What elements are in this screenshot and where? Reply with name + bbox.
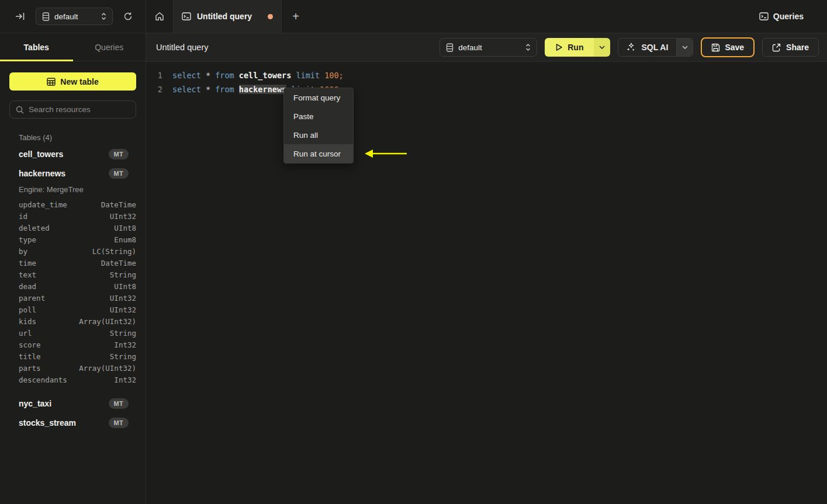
unsaved-changes-dot <box>268 14 273 19</box>
database-selector-top[interactable]: default <box>36 8 113 25</box>
engine-badge: MT <box>109 149 129 159</box>
column-row-descendants: descendantsInt32 <box>0 374 146 385</box>
column-name: title <box>19 352 41 361</box>
table-row-cell_towers[interactable]: cell_towersMT <box>0 144 146 164</box>
column-row-time: timeDateTime <box>0 257 146 269</box>
new-tab-button[interactable]: + <box>282 0 310 33</box>
column-type: UInt32 <box>110 212 136 221</box>
column-type: String <box>110 270 136 279</box>
column-row-type: typeEnum8 <box>0 234 146 245</box>
sidebar-tab-queries[interactable]: Queries <box>73 33 146 61</box>
menu-item-run-all[interactable]: Run all <box>284 126 353 144</box>
engine-badge: MT <box>109 168 129 179</box>
run-button[interactable]: Run <box>545 38 594 57</box>
run-options-button[interactable] <box>594 38 610 57</box>
column-row-text: textString <box>0 269 146 280</box>
column-row-kids: kidsArray(UInt32) <box>0 315 146 327</box>
column-row-deleted: deletedUInt8 <box>0 222 146 234</box>
column-type: Array(UInt32) <box>79 317 136 326</box>
code-line-1: 1select * from cell_towers limit 100; <box>146 68 827 82</box>
sparkles-icon <box>627 43 636 52</box>
menu-item-run-at-cursor[interactable]: Run at cursor <box>284 144 353 163</box>
column-type: UInt32 <box>110 305 136 314</box>
queries-button[interactable]: Queries <box>759 0 827 33</box>
column-type: UInt32 <box>110 294 136 303</box>
search-input[interactable] <box>29 105 130 114</box>
column-row-parent: parentUInt32 <box>0 292 146 304</box>
column-type: String <box>110 329 136 338</box>
refresh-icon <box>123 12 133 21</box>
save-button[interactable]: Save <box>701 37 755 57</box>
chevron-down-icon <box>599 46 605 49</box>
collapse-sidebar-button[interactable] <box>14 11 26 22</box>
tables-section-header: Tables (4) <box>19 133 146 142</box>
column-type: UInt8 <box>114 282 136 291</box>
column-name: dead <box>19 282 36 291</box>
editor-context-menu: Format queryPasteRun allRun at cursor <box>283 88 354 164</box>
column-row-score: scoreInt32 <box>0 339 146 350</box>
run-label: Run <box>568 43 583 52</box>
column-type: LC(String) <box>92 247 136 256</box>
column-type: Enum8 <box>114 235 136 244</box>
line-number: 1 <box>146 71 162 80</box>
table-name: nyc_taxi <box>19 399 51 408</box>
column-row-url: urlString <box>0 327 146 339</box>
column-name: descendants <box>19 376 67 384</box>
column-name: kids <box>19 317 36 326</box>
column-row-title: titleString <box>0 350 146 362</box>
column-type: Int32 <box>114 340 136 349</box>
sql-editor[interactable]: 1select * from cell_towers limit 100;2se… <box>146 62 827 504</box>
table-name: cell_towers <box>19 150 63 159</box>
column-name: type <box>19 235 36 244</box>
search-box[interactable] <box>9 100 136 119</box>
column-row-id: idUInt32 <box>0 210 146 222</box>
column-name: time <box>19 259 36 267</box>
table-list: cell_towersMThackernewsMTEngine: MergeTr… <box>0 144 146 432</box>
select-chevrons-icon <box>525 43 531 51</box>
column-name: by <box>19 247 27 256</box>
sql-ai-button-group: SQL AI <box>618 38 693 57</box>
engine-badge: MT <box>109 418 129 428</box>
run-button-group: Run <box>545 38 610 57</box>
home-button[interactable] <box>146 0 174 33</box>
share-label: Share <box>786 43 809 52</box>
save-label: Save <box>725 43 744 52</box>
sql-ai-options-button[interactable] <box>676 39 693 56</box>
home-icon <box>155 12 164 21</box>
column-type: Int32 <box>114 376 136 384</box>
share-button[interactable]: Share <box>762 38 819 57</box>
database-selector-value: default <box>54 12 96 21</box>
table-engine-label: Engine: MergeTree <box>19 185 146 194</box>
column-row-dead: deadUInt8 <box>0 280 146 292</box>
column-type: Array(UInt32) <box>79 364 136 373</box>
tab-label: Untitled query <box>197 12 262 21</box>
column-name: parent <box>19 294 45 303</box>
column-name: score <box>19 340 41 349</box>
sql-ai-button[interactable]: SQL AI <box>618 39 676 56</box>
terminal-icon <box>182 12 191 20</box>
chevron-down-icon <box>682 46 688 49</box>
tab-untitled-query[interactable]: Untitled query <box>174 0 282 33</box>
database-selector-toolbar[interactable]: default <box>440 38 537 57</box>
database-icon <box>446 43 454 52</box>
terminal-icon <box>759 12 769 20</box>
menu-item-format-query[interactable]: Format query <box>284 88 353 107</box>
save-floppy-icon <box>711 43 720 52</box>
new-table-button[interactable]: New table <box>9 72 136 91</box>
column-type: DateTime <box>101 259 136 267</box>
table-row-stocks_stream[interactable]: stocks_streamMT <box>0 413 146 432</box>
query-title: Untitled query <box>156 43 208 52</box>
editor-toolbar: Untitled query default <box>146 33 827 62</box>
column-name: poll <box>19 305 36 314</box>
refresh-button[interactable] <box>122 11 134 22</box>
sidebar-tab-tables[interactable]: Tables <box>0 33 73 61</box>
sql-ai-label: SQL AI <box>641 43 668 52</box>
table-row-nyc_taxi[interactable]: nyc_taxiMT <box>0 394 146 413</box>
column-name: text <box>19 270 36 279</box>
column-row-poll: pollUInt32 <box>0 304 146 315</box>
menu-item-paste[interactable]: Paste <box>284 107 353 126</box>
column-name: parts <box>19 364 41 373</box>
sidebar-tabs: Tables Queries <box>0 33 146 61</box>
table-row-hackernews[interactable]: hackernewsMT <box>0 164 146 183</box>
database-icon <box>42 12 50 21</box>
